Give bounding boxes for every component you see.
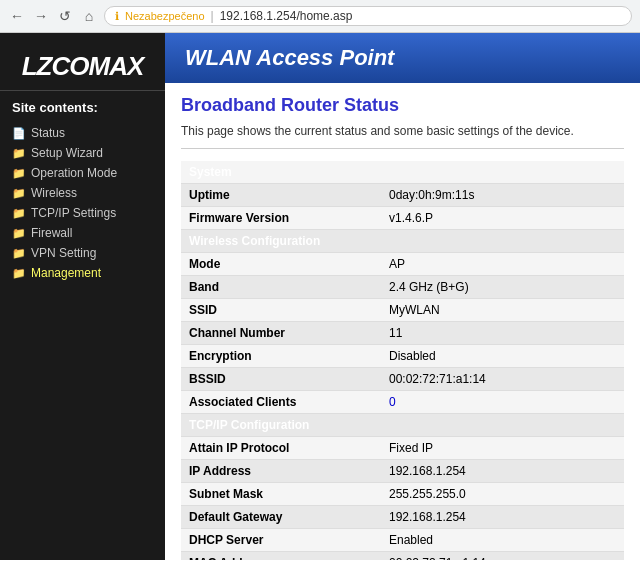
- home-button[interactable]: ⌂: [80, 7, 98, 25]
- header-title: WLAN Access Point: [185, 45, 394, 70]
- sidebar-label-tcpip: TCP/IP Settings: [31, 206, 116, 220]
- table-row: Attain IP Protocol Fixed IP: [181, 437, 624, 460]
- label-subnet-mask: Subnet Mask: [181, 483, 381, 506]
- value-ip-address: 192.168.1.254: [381, 460, 624, 483]
- table-row: Subnet Mask 255.255.255.0: [181, 483, 624, 506]
- folder-icon-firewall: 📁: [12, 227, 26, 240]
- label-uptime: Uptime: [181, 184, 381, 207]
- folder-icon-management: 📁: [12, 267, 26, 280]
- section-row-wireless: Wireless Configuration: [181, 230, 624, 253]
- label-channel: Channel Number: [181, 322, 381, 345]
- security-label: Nezabezpečeno: [125, 10, 205, 22]
- label-firmware: Firmware Version: [181, 207, 381, 230]
- header-banner: WLAN Access Point: [165, 33, 640, 83]
- value-dhcp-server: Enabled: [381, 529, 624, 552]
- table-row: Mode AP: [181, 253, 624, 276]
- value-band: 2.4 GHz (B+G): [381, 276, 624, 299]
- label-mode: Mode: [181, 253, 381, 276]
- main-content: Broadband Router Status This page shows …: [165, 83, 640, 560]
- sidebar-item-vpn[interactable]: 📁 VPN Setting: [0, 243, 165, 263]
- value-mode: AP: [381, 253, 624, 276]
- logo-area: LZCOMAX: [0, 43, 165, 91]
- value-attain-ip: Fixed IP: [381, 437, 624, 460]
- folder-icon-tcpip: 📁: [12, 207, 26, 220]
- table-row: IP Address 192.168.1.254: [181, 460, 624, 483]
- label-dhcp-server: DHCP Server: [181, 529, 381, 552]
- table-row: Encryption Disabled: [181, 345, 624, 368]
- value-channel: 11: [381, 322, 624, 345]
- value-subnet-mask: 255.255.255.0: [381, 483, 624, 506]
- section-header-system: System: [181, 161, 624, 184]
- value-ssid: MyWLAN: [381, 299, 624, 322]
- url-display: 192.168.1.254/home.asp: [220, 9, 353, 23]
- table-row: DHCP Server Enabled: [181, 529, 624, 552]
- table-row: Uptime 0day:0h:9m:11s: [181, 184, 624, 207]
- section-row-tcpip: TCP/IP Configuration: [181, 414, 624, 437]
- sidebar-item-wireless[interactable]: 📁 Wireless: [0, 183, 165, 203]
- browser-chrome: ← → ↺ ⌂ ℹ Nezabezpečeno | 192.168.1.254/…: [0, 0, 640, 33]
- label-ip-address: IP Address: [181, 460, 381, 483]
- folder-icon-setup: 📁: [12, 147, 26, 160]
- section-header-tcpip: TCP/IP Configuration: [181, 414, 624, 437]
- sidebar-item-operation-mode[interactable]: 📁 Operation Mode: [0, 163, 165, 183]
- folder-icon-vpn: 📁: [12, 247, 26, 260]
- refresh-button[interactable]: ↺: [56, 7, 74, 25]
- sidebar-title: Site contents:: [0, 96, 165, 123]
- value-firmware: v1.4.6.P: [381, 207, 624, 230]
- sidebar-item-status[interactable]: 📄 Status: [0, 123, 165, 143]
- sidebar-item-tcpip[interactable]: 📁 TCP/IP Settings: [0, 203, 165, 223]
- forward-button[interactable]: →: [32, 7, 50, 25]
- section-row-system: System: [181, 161, 624, 184]
- sidebar-item-management[interactable]: 📁 Management: [0, 263, 165, 283]
- page-description: This page shows the current status and s…: [181, 124, 624, 149]
- address-bar[interactable]: ℹ Nezabezpečeno | 192.168.1.254/home.asp: [104, 6, 632, 26]
- table-row: SSID MyWLAN: [181, 299, 624, 322]
- folder-icon-operation: 📁: [12, 167, 26, 180]
- page-title: Broadband Router Status: [181, 95, 624, 116]
- sidebar-label-setup-wizard: Setup Wizard: [31, 146, 103, 160]
- status-table: System Uptime 0day:0h:9m:11s Firmware Ve…: [181, 161, 624, 560]
- label-default-gateway: Default Gateway: [181, 506, 381, 529]
- table-row: MAC Address 00:02:72:71:a1:14: [181, 552, 624, 561]
- value-bssid: 00:02:72:71:a1:14: [381, 368, 624, 391]
- back-button[interactable]: ←: [8, 7, 26, 25]
- label-ssid: SSID: [181, 299, 381, 322]
- sidebar-item-setup-wizard[interactable]: 📁 Setup Wizard: [0, 143, 165, 163]
- label-associated-clients: Associated Clients: [181, 391, 381, 414]
- label-mac-address: MAC Address: [181, 552, 381, 561]
- label-band: Band: [181, 276, 381, 299]
- label-encryption: Encryption: [181, 345, 381, 368]
- section-header-wireless: Wireless Configuration: [181, 230, 624, 253]
- sidebar-label-operation-mode: Operation Mode: [31, 166, 117, 180]
- value-default-gateway: 192.168.1.254: [381, 506, 624, 529]
- sidebar-label-vpn: VPN Setting: [31, 246, 96, 260]
- value-associated-clients: 0: [381, 391, 624, 414]
- label-bssid: BSSID: [181, 368, 381, 391]
- table-row: Default Gateway 192.168.1.254: [181, 506, 624, 529]
- table-row: Band 2.4 GHz (B+G): [181, 276, 624, 299]
- sidebar-item-firewall[interactable]: 📁 Firewall: [0, 223, 165, 243]
- table-row: BSSID 00:02:72:71:a1:14: [181, 368, 624, 391]
- sidebar-label-firewall: Firewall: [31, 226, 72, 240]
- table-row: Channel Number 11: [181, 322, 624, 345]
- table-row: Firmware Version v1.4.6.P: [181, 207, 624, 230]
- document-icon: 📄: [12, 127, 26, 140]
- value-uptime: 0day:0h:9m:11s: [381, 184, 624, 207]
- logo: LZCOMAX: [22, 51, 144, 82]
- page-container: LZCOMAX Site contents: 📄 Status 📁 Setup …: [0, 33, 640, 560]
- browser-toolbar: ← → ↺ ⌂ ℹ Nezabezpečeno | 192.168.1.254/…: [0, 0, 640, 32]
- folder-icon-wireless: 📁: [12, 187, 26, 200]
- sidebar-label-wireless: Wireless: [31, 186, 77, 200]
- table-row: Associated Clients 0: [181, 391, 624, 414]
- content-area: WLAN Access Point Broadband Router Statu…: [165, 33, 640, 560]
- sidebar-label-status: Status: [31, 126, 65, 140]
- value-encryption: Disabled: [381, 345, 624, 368]
- value-mac-address: 00:02:72:71:a1:14: [381, 552, 624, 561]
- label-attain-ip: Attain IP Protocol: [181, 437, 381, 460]
- sidebar-label-management: Management: [31, 266, 101, 280]
- sidebar: LZCOMAX Site contents: 📄 Status 📁 Setup …: [0, 33, 165, 560]
- lock-icon: ℹ: [115, 10, 119, 23]
